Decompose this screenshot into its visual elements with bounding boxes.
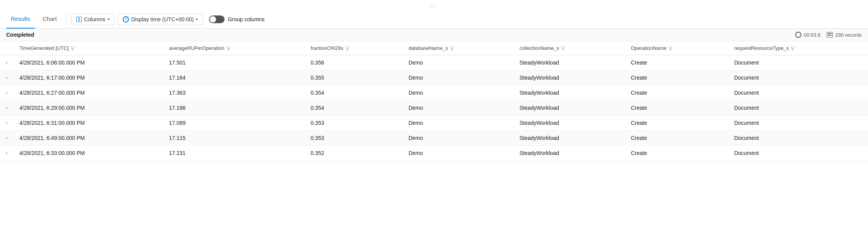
cell-requestResourceType: Document: [728, 55, 868, 70]
cell-databaseName: Demo: [402, 100, 513, 116]
cell-operationName: Create: [624, 70, 728, 85]
cell-timeGenerated: 4/28/2021, 6:27:00.000 PM: [13, 85, 163, 100]
cell-collectionName: SteadyWorkload: [513, 100, 625, 116]
col-collectionName: collectionName_s ⋁: [513, 41, 625, 55]
cell-requestResourceType: Document: [728, 85, 868, 100]
col-requestResourceType: requestResourceType_s ⋁: [728, 41, 868, 55]
records-icon: [827, 32, 833, 37]
table-row: ›4/28/2021, 6:27:00.000 PM17.3630.354Dem…: [0, 85, 868, 100]
records-display: 290 records: [827, 32, 862, 38]
cell-collectionName: SteadyWorkload: [513, 70, 625, 85]
cell-averageRU: 17.363: [163, 85, 305, 100]
cell-requestResourceType: Document: [728, 146, 868, 161]
status-completed: Completed: [6, 32, 34, 38]
table-row: ›4/28/2021, 6:31:00.000 PM17.0890.353Dem…: [0, 116, 868, 131]
table-row: ›4/28/2021, 6:29:00.000 PM17.1980.354Dem…: [0, 100, 868, 116]
cell-averageRU: 17.231: [163, 146, 305, 161]
row-expand-button[interactable]: ›: [3, 134, 10, 141]
cell-operationName: Create: [624, 100, 728, 116]
cell-requestResourceType: Document: [728, 100, 868, 116]
timer-value: 00:03.8: [804, 32, 820, 38]
tab-results[interactable]: Results: [6, 10, 35, 29]
cell-timeGenerated: 4/28/2021, 6:29:00.000 PM: [13, 100, 163, 116]
row-expand-button[interactable]: ›: [3, 74, 10, 81]
row-expand-button[interactable]: ›: [3, 89, 10, 96]
cell-fractionOf: 0.352: [304, 146, 402, 161]
cell-fractionOf: 0.356: [304, 55, 402, 70]
tab-chart[interactable]: Chart: [38, 10, 62, 29]
cell-requestResourceType: Document: [728, 70, 868, 85]
columns-button[interactable]: Columns ▾: [71, 14, 115, 25]
row-expand-button[interactable]: ›: [3, 104, 10, 111]
cell-databaseName: Demo: [402, 55, 513, 70]
cell-timeGenerated: 4/28/2021, 6:33:00.000 PM: [13, 146, 163, 161]
records-count: 290 records: [835, 32, 862, 38]
filter-icon-averageRU[interactable]: ⋁: [227, 46, 230, 51]
results-table-container: TimeGenerated [UTC] ⋁ averageRUPerOperat…: [0, 41, 868, 161]
timer-icon: [795, 32, 801, 38]
cell-operationName: Create: [624, 85, 728, 100]
cell-fractionOf: 0.355: [304, 70, 402, 85]
filter-icon-timeGenerated[interactable]: ⋁: [71, 46, 74, 51]
filter-icon-fractionOf[interactable]: ⋁: [346, 46, 349, 51]
results-table: TimeGenerated [UTC] ⋁ averageRUPerOperat…: [0, 41, 868, 161]
row-expand-button[interactable]: ›: [3, 150, 10, 157]
cell-averageRU: 17.164: [163, 70, 305, 85]
cell-averageRU: 17.198: [163, 100, 305, 116]
display-time-label: Display time (UTC+00:00): [131, 16, 194, 22]
expand-header: [0, 41, 13, 55]
cell-collectionName: SteadyWorkload: [513, 85, 625, 100]
timer-display: 00:03.8: [795, 32, 820, 38]
cell-collectionName: SteadyWorkload: [513, 131, 625, 146]
cell-operationName: Create: [624, 131, 728, 146]
cell-requestResourceType: Document: [728, 116, 868, 131]
cell-averageRU: 17.089: [163, 116, 305, 131]
status-right: 00:03.8 290 records: [795, 32, 862, 38]
cell-requestResourceType: Document: [728, 131, 868, 146]
cell-databaseName: Demo: [402, 70, 513, 85]
table-row: ›4/28/2021, 6:33:00.000 PM17.2310.352Dem…: [0, 146, 868, 161]
filter-icon-databaseName[interactable]: ⋁: [450, 46, 454, 51]
cell-collectionName: SteadyWorkload: [513, 116, 625, 131]
columns-button-label: Columns: [84, 16, 105, 22]
cell-databaseName: Demo: [402, 131, 513, 146]
toolbar: Results Chart Columns ▾ Display time (UT…: [0, 10, 868, 29]
status-bar: Completed 00:03.8 290 records: [0, 29, 868, 41]
cell-operationName: Create: [624, 55, 728, 70]
row-expand-button[interactable]: ›: [3, 59, 10, 66]
cell-fractionOf: 0.353: [304, 131, 402, 146]
columns-icon: [76, 17, 82, 22]
columns-chevron-icon: ▾: [108, 17, 110, 21]
cell-operationName: Create: [624, 146, 728, 161]
cell-operationName: Create: [624, 116, 728, 131]
row-expand-button[interactable]: ›: [3, 119, 10, 126]
col-averageRU: averageRUPerOperation ⋁: [163, 41, 305, 55]
col-operationName: OperationName ⋁: [624, 41, 728, 55]
cell-collectionName: SteadyWorkload: [513, 55, 625, 70]
cell-fractionOf: 0.354: [304, 85, 402, 100]
toolbar-divider: [66, 15, 67, 24]
cell-timeGenerated: 4/28/2021, 6:49:00.000 PM: [13, 131, 163, 146]
filter-icon-requestResourceType[interactable]: ⋁: [791, 46, 794, 51]
filter-icon-operationName[interactable]: ⋁: [669, 46, 672, 51]
cell-fractionOf: 0.353: [304, 116, 402, 131]
cell-averageRU: 17.501: [163, 55, 305, 70]
group-columns-label: Group columns: [228, 16, 264, 22]
table-header-row: TimeGenerated [UTC] ⋁ averageRUPerOperat…: [0, 41, 868, 55]
col-databaseName: databaseName_s ⋁: [402, 41, 513, 55]
col-timeGenerated: TimeGenerated [UTC] ⋁: [13, 41, 163, 55]
group-columns-toggle[interactable]: [209, 15, 225, 23]
table-row: ›4/28/2021, 6:06:00.000 PM17.5010.356Dem…: [0, 55, 868, 70]
cell-timeGenerated: 4/28/2021, 6:31:00.000 PM: [13, 116, 163, 131]
display-time-button[interactable]: Display time (UTC+00:00) ▾: [118, 14, 203, 25]
more-options-dots: ...: [0, 0, 868, 10]
clock-icon: [123, 16, 129, 22]
table-row: ›4/28/2021, 6:17:00.000 PM17.1640.355Dem…: [0, 70, 868, 85]
filter-icon-collectionName[interactable]: ⋁: [561, 46, 565, 51]
table-row: ›4/28/2021, 6:49:00.000 PM17.1150.353Dem…: [0, 131, 868, 146]
cell-databaseName: Demo: [402, 85, 513, 100]
cell-timeGenerated: 4/28/2021, 6:06:00.000 PM: [13, 55, 163, 70]
cell-collectionName: SteadyWorkload: [513, 146, 625, 161]
display-time-chevron-icon: ▾: [196, 17, 198, 21]
group-columns-toggle-container: Group columns: [209, 15, 264, 23]
